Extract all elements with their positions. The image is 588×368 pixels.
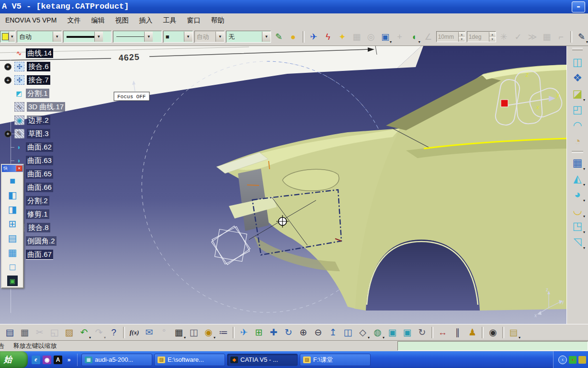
palette-close-icon[interactable]: ✕ <box>16 165 23 172</box>
pan-icon[interactable]: ✚ <box>267 325 281 339</box>
catalog-icon[interactable]: ✦ <box>336 30 349 44</box>
quick-ie-icon[interactable]: e <box>32 356 40 364</box>
tree-item-1[interactable]: +✣接合.6 <box>0 60 50 73</box>
view-shaded-edges-icon[interactable]: ◧ <box>5 188 20 202</box>
lock-icon[interactable]: ◉▾ <box>202 325 215 339</box>
offset-surface-icon[interactable]: ◫ <box>570 54 585 70</box>
menu-item-5[interactable]: 工具 <box>158 13 181 27</box>
painter-icon[interactable]: ✎ <box>272 30 285 44</box>
tree-item-label[interactable]: 分割.1 <box>26 89 49 98</box>
revolve-surface-icon[interactable]: ◔ <box>570 133 585 149</box>
formula-icon[interactable]: f(x) <box>127 325 141 339</box>
tree-item-3[interactable]: ◩分割.1 <box>0 87 49 100</box>
start-button[interactable]: 始 <box>0 351 28 368</box>
menu-item-6[interactable]: 窗口 <box>181 13 205 27</box>
tree-item-7[interactable]: ◗曲面.62 <box>0 141 53 153</box>
color-combo-arrow[interactable]: ▼ <box>53 32 61 42</box>
multi-section-surface-icon[interactable]: ◰ <box>570 102 585 117</box>
tree-item-label[interactable]: 3D 曲线.17 <box>27 102 65 112</box>
tree-expander-icon[interactable]: + <box>4 63 11 70</box>
view-customize-icon[interactable]: ▣ <box>7 276 18 286</box>
rotate-icon[interactable]: ↻ <box>282 325 295 339</box>
line-type-combo-arrow[interactable]: ▼ <box>144 32 153 42</box>
painter-wizard-icon[interactable]: ● <box>287 30 300 44</box>
quick-player-icon[interactable]: ◉ <box>43 356 51 364</box>
multi-view-icon[interactable]: ◫ <box>341 325 355 339</box>
fill-color-combo[interactable]: ▼ <box>0 31 15 43</box>
bend-surface-icon[interactable]: ◡▾ <box>570 202 585 218</box>
menu-item-3[interactable]: 视图 <box>110 13 134 27</box>
line-type-combo[interactable]: ▼ <box>113 31 162 43</box>
layer-combo-arrow[interactable]: ▼ <box>262 32 271 42</box>
tree-item-label[interactable]: 边界.2 <box>27 115 50 125</box>
product-structure-icon[interactable]: ◫ <box>187 325 201 339</box>
fill-color-combo-arrow[interactable]: ▼ <box>9 32 15 42</box>
tray-collapse-icon[interactable]: ‹ <box>558 356 567 364</box>
patch-grid-icon[interactable]: ▦▾ <box>570 155 585 171</box>
tree-item-2[interactable]: +✣接合.7 <box>0 74 50 86</box>
taskbar-task-2[interactable]: ◆CATIA V5 - ... <box>227 354 298 366</box>
view-shaded-material-icon[interactable]: ⊞ <box>5 217 20 231</box>
tree-item-label[interactable]: 曲面.62 <box>26 142 53 152</box>
work-on-support-dome-icon[interactable]: ◖▾ <box>407 30 420 44</box>
tree-expander-icon[interactable]: + <box>4 77 11 84</box>
tray-shield-icon[interactable] <box>578 356 586 364</box>
whats-this-icon[interactable]: ? <box>107 325 121 339</box>
tray-status-green-icon[interactable]: ▪ <box>569 356 577 364</box>
view-wireframe-hlr-icon[interactable]: ▤ <box>5 231 20 245</box>
line-weight-combo-arrow[interactable]: ▼ <box>94 32 103 42</box>
menu-item-1[interactable]: 文件 <box>62 13 86 27</box>
minimize-button[interactable]: ▬ <box>572 1 585 12</box>
quick-view-palette[interactable]: 快 ✕ ■◧◨⊞▤▦□▣ <box>1 164 24 288</box>
sweep-surface-icon[interactable]: ◪▾ <box>570 86 585 102</box>
fit-all-in-icon[interactable]: ⊞ <box>252 325 266 339</box>
design-table-icon[interactable]: ▦▾ <box>172 325 186 339</box>
tree-item-label[interactable]: 接合.8 <box>27 223 50 232</box>
power-input-field[interactable] <box>397 341 588 351</box>
named-view-1-icon[interactable]: ▣ <box>385 325 399 339</box>
tree-item-4[interactable]: ∿3D 曲线.17 <box>0 101 65 113</box>
four-patch-surface-icon[interactable]: ❖ <box>570 70 585 86</box>
toolbar-grip[interactable] <box>572 48 583 50</box>
point-type-combo[interactable]: ■▼ <box>163 31 193 43</box>
undo-icon[interactable]: ↶▾ <box>77 325 91 339</box>
fly-mode-icon[interactable]: ✈ <box>237 325 251 339</box>
color-combo[interactable]: 自动▼ <box>17 31 62 43</box>
exchange-icon[interactable]: ✈ <box>307 30 320 44</box>
render-mode-combo-arrow[interactable]: ▼ <box>215 32 224 42</box>
tree-item-label[interactable]: 曲线.14 <box>26 48 53 58</box>
view-wireframe-icon[interactable]: □ <box>5 260 20 274</box>
apply-material-icon[interactable]: ▤▾ <box>507 325 520 339</box>
menu-item-0[interactable]: ENOVIA V5 VPM <box>0 13 62 27</box>
transform-surface-icon[interactable]: ◳▾ <box>570 218 585 234</box>
view-shaded-icon[interactable]: ■ <box>5 173 20 188</box>
tree-item-0[interactable]: ∿曲线.14 <box>0 47 53 59</box>
comment-icon[interactable]: ✉ <box>142 325 156 339</box>
zoom-in-icon[interactable]: ⊕ <box>296 325 310 339</box>
split-trim-icon[interactable]: ◭▾ <box>570 171 585 186</box>
taskbar-task-1[interactable]: ▨E:\software... <box>154 354 225 366</box>
zoom-out-icon[interactable]: ⊖ <box>311 325 325 339</box>
named-view-2-icon[interactable]: ▣ <box>400 325 414 339</box>
tree-item-label[interactable]: 分割.2 <box>26 196 49 206</box>
paste-icon[interactable]: ▨ <box>62 325 76 339</box>
blend-surface-icon[interactable]: ◠ <box>570 117 585 133</box>
sketcher-icon[interactable]: ✎▾ <box>575 30 588 44</box>
palette-title-bar[interactable]: 快 ✕ <box>2 165 23 172</box>
tree-item-label[interactable]: 曲面.66 <box>26 183 53 192</box>
measure-item-icon[interactable]: ∥ <box>451 325 464 339</box>
render-style-icon[interactable]: ◍▾ <box>371 325 384 339</box>
iso-view-icon[interactable]: ◇▾ <box>356 325 370 339</box>
menu-item-7[interactable]: 帮助 <box>205 13 229 27</box>
quick-more-icon[interactable]: » <box>65 356 73 364</box>
quick-app-icon[interactable]: A <box>54 356 62 364</box>
taskbar-task-3[interactable]: ▨F:\课堂 <box>300 354 371 366</box>
tree-item-label[interactable]: 曲面.65 <box>26 169 53 179</box>
extrapolate-surface-icon[interactable]: ◹▾ <box>570 234 585 250</box>
normal-view-icon[interactable]: ↥ <box>326 325 340 339</box>
tree-expander-icon[interactable]: + <box>4 130 11 138</box>
tree-item-5[interactable]: ◉边界.2 <box>0 114 50 126</box>
tree-item-label[interactable]: 曲面.63 <box>26 156 53 165</box>
tree-item-label[interactable]: 接合.7 <box>27 75 50 85</box>
tree-item-label[interactable]: 倒圆角.2 <box>26 236 57 246</box>
